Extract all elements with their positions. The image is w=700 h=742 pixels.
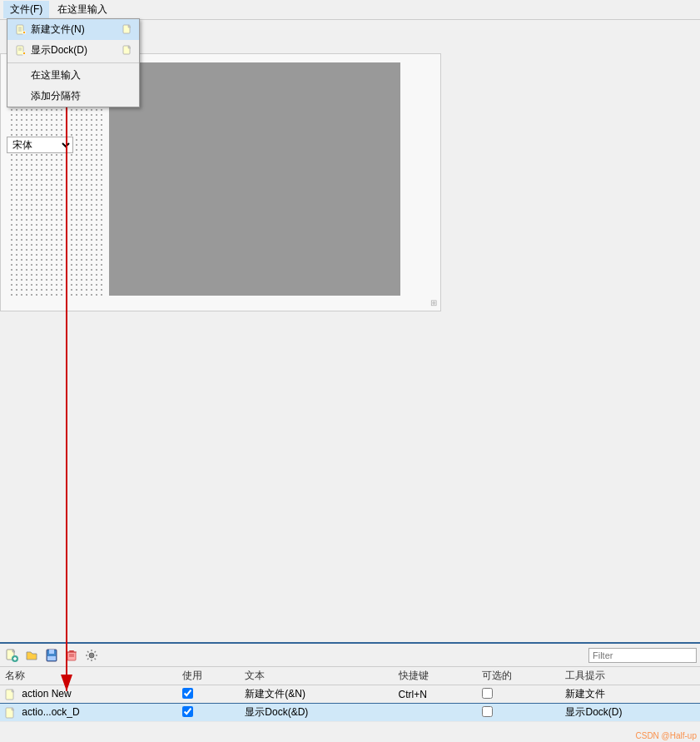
actions-table-container: 名称 使用 文本 快捷键 可选的 工具提示	[0, 667, 700, 722]
svg-rect-24	[47, 656, 56, 660]
toolbar-settings-icon[interactable]	[83, 647, 100, 664]
context-menu-divider	[7, 62, 139, 63]
row-icon-1	[5, 689, 17, 700]
col-header-text: 文本	[240, 667, 393, 685]
cell-shortcut-2	[394, 704, 477, 722]
context-menu-show-dock-label: 显示Dock(D)	[31, 43, 87, 57]
svg-marker-12	[23, 52, 25, 54]
svg-rect-8	[17, 46, 23, 55]
cell-use-1[interactable]	[177, 685, 240, 704]
menu-file[interactable]: 文件(F)	[3, 1, 49, 18]
col-header-tooltip: 工具提示	[560, 667, 700, 685]
svg-point-30	[89, 653, 94, 658]
table-row[interactable]: actio...ock_D 显示Dock(&D) 显示Dock(D)	[0, 704, 700, 722]
show-dock-icon	[14, 44, 27, 57]
toolbar-open-icon[interactable]	[23, 647, 40, 664]
menu-input[interactable]: 在这里输入	[51, 1, 114, 18]
cell-text-2: 显示Dock(&D)	[240, 704, 393, 722]
cell-optional-1[interactable]	[477, 685, 560, 704]
app-window: 文件(F) 在这里输入 新建文件(N)	[0, 0, 700, 742]
col-header-name: 名称	[0, 667, 177, 685]
row-icon-2	[5, 707, 17, 719]
optional-checkbox-2[interactable]	[482, 706, 493, 717]
context-menu-show-dock-shortcut	[122, 45, 132, 57]
font-select[interactable]: 宋体	[7, 137, 73, 153]
font-dropdown-area: 宋体	[7, 137, 73, 153]
svg-rect-0	[17, 25, 23, 34]
watermark: CSDN @Half-up	[635, 731, 697, 740]
menu-bar: 文件(F) 在这里输入	[0, 0, 700, 20]
use-checkbox-2[interactable]	[182, 706, 193, 717]
cell-name-2: actio...ock_D	[0, 704, 177, 722]
table-header-row: 名称 使用 文本 快捷键 可选的 工具提示	[0, 667, 700, 685]
optional-checkbox-1[interactable]	[482, 688, 493, 699]
add-separator-icon	[14, 90, 27, 103]
use-checkbox-1[interactable]	[182, 688, 193, 699]
cell-use-2[interactable]	[177, 704, 240, 722]
actions-table: 名称 使用 文本 快捷键 可选的 工具提示	[0, 667, 700, 722]
cell-name-1: action New	[0, 685, 177, 704]
toolbar-save-icon[interactable]	[43, 647, 60, 664]
resize-handle[interactable]: ⊞	[430, 298, 437, 307]
new-file-icon	[14, 23, 27, 37]
context-menu-add-separator[interactable]: 添加分隔符	[7, 86, 139, 107]
bottom-toolbar	[0, 644, 700, 667]
svg-rect-23	[49, 650, 54, 654]
input-here-icon	[14, 69, 27, 82]
context-menu-show-dock[interactable]: 显示Dock(D)	[7, 40, 139, 61]
svg-rect-29	[69, 650, 74, 652]
table-row[interactable]: action New 新建文件(&N) Ctrl+N 新建文件	[0, 685, 700, 704]
context-menu-new-file-label: 新建文件(N)	[31, 22, 85, 37]
context-menu-new-file-shortcut	[122, 24, 132, 36]
context-menu: 新建文件(N) 显示Dock(D)	[7, 18, 140, 107]
svg-marker-5	[23, 32, 25, 33]
context-menu-input-here[interactable]: 在这里输入	[7, 65, 139, 86]
context-menu-add-separator-label: 添加分隔符	[31, 89, 81, 103]
cell-text-1: 新建文件(&N)	[240, 685, 393, 704]
toolbar-new-icon[interactable]	[3, 647, 20, 664]
filter-input[interactable]	[588, 648, 697, 663]
canvas	[109, 62, 400, 296]
context-menu-input-here-label: 在这里输入	[31, 68, 81, 82]
col-header-use: 使用	[177, 667, 240, 685]
toolbar-delete-icon[interactable]	[63, 647, 80, 664]
col-header-shortcut: 快捷键	[394, 667, 477, 685]
cell-tooltip-2: 显示Dock(D)	[560, 704, 700, 722]
context-menu-new-file[interactable]: 新建文件(N)	[7, 19, 139, 40]
col-header-optional: 可选的	[477, 667, 560, 685]
cell-tooltip-1: 新建文件	[560, 685, 700, 704]
cell-shortcut-1: Ctrl+N	[394, 685, 477, 704]
bottom-panel: 名称 使用 文本 快捷键 可选的 工具提示	[0, 642, 700, 742]
cell-optional-2[interactable]	[477, 704, 560, 722]
